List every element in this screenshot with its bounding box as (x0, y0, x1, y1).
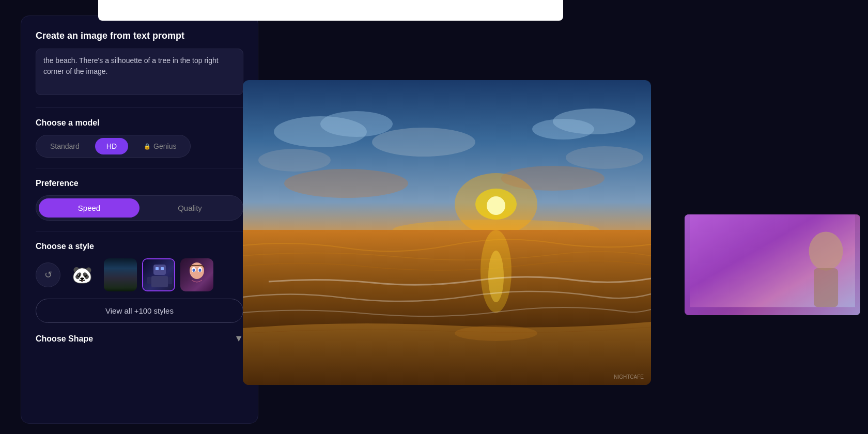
svg-point-19 (532, 119, 594, 140)
style-reset-button[interactable]: ↺ (36, 262, 60, 287)
model-section-title: Choose a model (36, 118, 243, 128)
robot-image (143, 259, 174, 290)
robot-svg (143, 259, 174, 290)
divider-3 (36, 231, 243, 231)
style-panda-thumb[interactable]: 🐼 (66, 258, 99, 291)
preference-button-group: Speed Quality (36, 195, 243, 221)
svg-rect-1 (156, 267, 159, 270)
svg-rect-2 (161, 267, 164, 270)
shape-section-title: Choose Shape (36, 334, 93, 344)
style-thumbnail-row: ↺ 🐼 (36, 258, 243, 291)
main-panel: Create an image from text prompt the bea… (21, 16, 258, 424)
chevron-down-icon: ▼ (234, 333, 243, 344)
reset-icon: ↺ (44, 269, 52, 281)
svg-point-14 (487, 196, 505, 215)
svg-point-17 (320, 111, 393, 137)
svg-point-21 (258, 149, 331, 172)
style-forest-thumb[interactable] (104, 258, 137, 291)
svg-point-20 (372, 128, 475, 157)
model-genius-button[interactable]: 🔒 Genius (132, 138, 188, 154)
lock-icon: 🔒 (144, 143, 151, 150)
svg-rect-31 (814, 268, 838, 307)
purple-overlay-panel (685, 214, 860, 315)
purple-overlay-inner (685, 214, 860, 315)
sunset-svg (243, 80, 651, 385)
preference-title: Preference (36, 179, 243, 188)
svg-rect-3 (151, 276, 168, 287)
svg-rect-0 (153, 265, 166, 275)
model-button-group: Standard HD 🔒 Genius (36, 135, 191, 158)
anime-image (180, 258, 213, 291)
divider-2 (36, 168, 243, 168)
anime-svg (180, 258, 213, 291)
watermark-text: NIGHTCAFE (614, 374, 644, 380)
svg-point-30 (809, 231, 843, 270)
model-standard-button[interactable]: Standard (39, 138, 91, 154)
svg-point-27 (488, 251, 504, 302)
style-robot-thumb[interactable] (142, 258, 175, 291)
style-anime-thumb[interactable] (180, 258, 213, 291)
panda-icon: 🐼 (66, 258, 99, 291)
svg-point-22 (566, 146, 643, 169)
style-section-title: Choose a style (36, 242, 243, 251)
svg-point-24 (501, 166, 605, 191)
top-bar (98, 0, 563, 21)
choose-shape-row[interactable]: Choose Shape ▼ (36, 333, 243, 344)
generated-image: NIGHTCAFE (243, 80, 651, 385)
svg-point-9 (193, 269, 195, 272)
pref-quality-button[interactable]: Quality (140, 198, 240, 218)
prompt-textarea[interactable]: the beach. There's a silhouette of a tre… (36, 49, 243, 95)
svg-point-28 (455, 326, 537, 341)
svg-point-23 (284, 169, 408, 198)
model-hd-button[interactable]: HD (95, 138, 128, 154)
pref-speed-button[interactable]: Speed (39, 198, 140, 218)
svg-point-10 (199, 269, 202, 272)
create-title: Create an image from text prompt (36, 30, 243, 41)
genius-label: Genius (153, 142, 176, 150)
svg-rect-4 (147, 277, 151, 284)
forest-image (104, 258, 137, 291)
view-all-styles-button[interactable]: View all +100 styles (36, 299, 243, 323)
purple-panel-content (690, 214, 855, 310)
svg-rect-5 (168, 277, 172, 284)
divider-1 (36, 107, 243, 108)
svg-point-6 (190, 262, 204, 279)
